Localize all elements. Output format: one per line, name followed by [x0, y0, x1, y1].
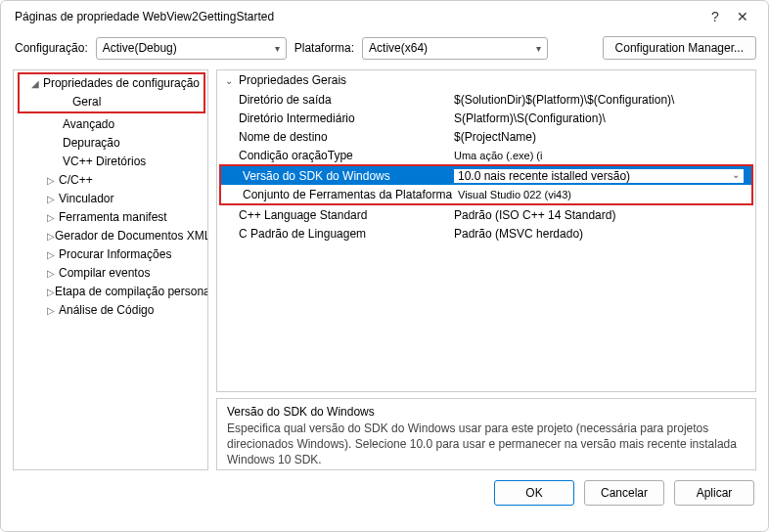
platform-label: Plataforma:: [294, 41, 354, 55]
property-tree[interactable]: ◢ Propriedades de configuração Geral Ava…: [13, 69, 208, 470]
window-title: Páginas de propriedade WebView2GettingSt…: [15, 10, 701, 23]
platform-combo-value: Active(x64): [369, 41, 428, 55]
prop-row-configtype[interactable]: Condição oraçãoType Uma ação (.exe) (i: [217, 146, 755, 164]
prop-row-sdkversion[interactable]: Versão do SDK do Windows 10.0 nais recen…: [221, 166, 751, 185]
expand-icon[interactable]: ▷: [47, 265, 59, 282]
expand-icon[interactable]: ▷: [47, 228, 55, 244]
cancel-button[interactable]: Cancelar: [584, 480, 664, 506]
ok-button[interactable]: OK: [494, 480, 574, 506]
tree-root[interactable]: ◢ Propriedades de configuração: [23, 74, 204, 93]
help-icon[interactable]: ?: [701, 9, 729, 24]
tree-item-codeanalysis[interactable]: ▷Análise de Código: [14, 301, 207, 320]
tree-item-buildevents[interactable]: ▷Compilar eventos: [14, 264, 207, 283]
config-combo-value: Active(Debug): [103, 41, 177, 55]
prop-row-targetname[interactable]: Nome de destino $(ProjectName): [217, 127, 755, 146]
close-icon[interactable]: ✕: [729, 9, 756, 24]
expand-icon[interactable]: ▷: [47, 284, 55, 300]
prop-row-intdir[interactable]: Diretório Intermediário S(Platform)\S(Co…: [217, 109, 755, 127]
tree-item-xmldoc[interactable]: ▷Gerador de Documentos XML: [14, 227, 207, 245]
description-title: Versão do SDK do Windows: [227, 405, 746, 419]
config-combo[interactable]: Active(Debug) ▾: [96, 37, 287, 60]
prop-row-toolset[interactable]: Conjunto de Ferramentas da Plataforma Vi…: [221, 185, 751, 203]
config-label: Configuração:: [15, 41, 88, 55]
expand-icon[interactable]: ▷: [47, 209, 59, 226]
collapse-icon[interactable]: ⌄: [225, 75, 239, 86]
config-row: Configuração: Active(Debug) ▾ Plataforma…: [1, 30, 768, 69]
tree-item-linker[interactable]: ▷Vinculador: [14, 190, 207, 208]
tree-item-avancado[interactable]: Avançado: [14, 115, 207, 134]
dialog-footer: OK Cancelar Aplicar: [1, 470, 768, 517]
tree-item-cpp[interactable]: ▷C/C++: [14, 171, 207, 190]
tree-item-depuracao[interactable]: Depuração: [14, 134, 207, 153]
group-header[interactable]: ⌄ Propriedades Gerais: [217, 70, 755, 90]
collapse-icon[interactable]: ◢: [31, 75, 43, 92]
prop-row-cstd[interactable]: C Padrão de Linguagem Padrão (MSVC herda…: [217, 224, 755, 243]
tree-item-geral[interactable]: Geral: [23, 93, 204, 111]
expand-icon[interactable]: ▷: [47, 246, 59, 263]
platform-combo[interactable]: Active(x64) ▾: [362, 37, 548, 60]
prop-row-outdir[interactable]: Diretório de saída $(SolutionDir)$(Platf…: [217, 90, 755, 109]
prop-row-cppstd[interactable]: C++ Language Standard Padrão (ISO C++ 14…: [217, 205, 755, 224]
tree-item-manifest[interactable]: ▷Ferramenta manifest: [14, 208, 207, 227]
tree-item-vcdirs[interactable]: VC++ Diretórios: [14, 153, 207, 171]
expand-icon[interactable]: ▷: [47, 191, 59, 207]
expand-icon[interactable]: ▷: [47, 172, 59, 189]
property-grid[interactable]: ⌄ Propriedades Gerais Diretório de saída…: [216, 69, 756, 392]
configuration-manager-button[interactable]: Configuration Manager...: [603, 36, 756, 60]
chevron-down-icon: ▾: [275, 43, 280, 54]
tree-item-browseinfo[interactable]: ▷Procurar Informações: [14, 245, 207, 264]
tree-item-custombuild[interactable]: ▷Etapa de compilação personalizada: [14, 283, 207, 301]
description-panel: Versão do SDK do Windows Especifica qual…: [216, 398, 756, 470]
chevron-down-icon: ▾: [536, 43, 541, 54]
description-body: Especifica qual versão do SDK do Windows…: [227, 421, 746, 468]
apply-button[interactable]: Aplicar: [674, 480, 754, 506]
titlebar: Páginas de propriedade WebView2GettingSt…: [1, 1, 768, 30]
expand-icon[interactable]: ▷: [47, 302, 59, 319]
chevron-down-icon[interactable]: ⌄: [732, 169, 740, 180]
